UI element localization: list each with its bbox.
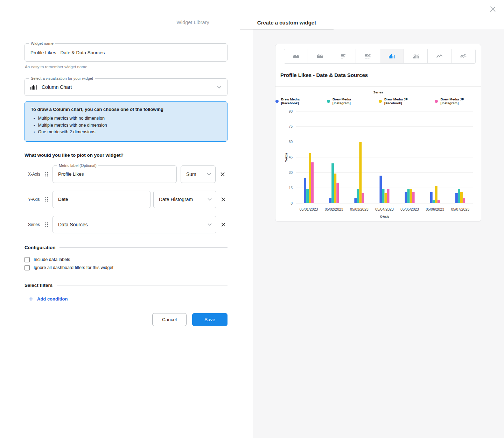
- y-axis-input[interactable]: [53, 191, 150, 208]
- chart-title-block: Profile Likes - Date & Data Sources: [275, 64, 481, 87]
- svg-text:30: 30: [289, 171, 293, 175]
- drag-handle-icon[interactable]: [45, 197, 48, 202]
- svg-text:15: 15: [289, 186, 293, 190]
- cancel-button[interactable]: Cancel: [152, 313, 187, 326]
- stacked-column-chart-icon: [412, 54, 419, 59]
- info-bullet: Multiple metrics with one dimension: [31, 122, 221, 129]
- info-box-title: To draw a Column chart, you can choose o…: [31, 107, 221, 112]
- legend-item: Brew Media [Instagram]: [327, 97, 368, 105]
- chart-type-area-button[interactable]: [284, 49, 308, 63]
- series-select[interactable]: Data Sources: [52, 216, 216, 233]
- chevron-down-icon: [217, 86, 222, 89]
- add-condition-label: Add condition: [37, 296, 68, 302]
- configuration-title: Configuration: [24, 245, 55, 250]
- visualization-select[interactable]: Select a visualization for your widget C…: [24, 78, 227, 96]
- legend-dot: [379, 100, 382, 103]
- column-chart-icon: [388, 54, 395, 59]
- svg-text:05/05/2023: 05/05/2023: [400, 207, 419, 211]
- select-filters-heading: Select filters: [24, 283, 227, 288]
- svg-text:X-Axis: X-Axis: [380, 215, 389, 218]
- aggregation-select[interactable]: Sum: [181, 165, 216, 183]
- svg-text:05/07/2023: 05/07/2023: [451, 207, 470, 211]
- ignore-filters-checkbox[interactable]: [24, 265, 30, 270]
- chevron-down-icon: [207, 173, 211, 175]
- chart-type-line-button[interactable]: [427, 49, 451, 63]
- divider: [57, 285, 227, 285]
- svg-text:05/01/2023: 05/01/2023: [300, 207, 318, 211]
- chart-type-column-button[interactable]: [380, 49, 404, 63]
- drag-handle-icon[interactable]: [45, 171, 48, 177]
- chart-type-stacked-bar-button[interactable]: [356, 49, 379, 63]
- metric-label-field[interactable]: Metric label (Optional): [52, 165, 177, 183]
- divider: [128, 155, 227, 155]
- line-chart-icon: [436, 54, 443, 59]
- y-axis-row-label: Y-Axis: [28, 197, 42, 202]
- close-button[interactable]: [486, 3, 499, 15]
- multi-line-chart-icon: [460, 54, 467, 59]
- divider: [59, 247, 227, 248]
- include-data-labels-checkbox[interactable]: [24, 257, 30, 262]
- ignore-filters-row[interactable]: Ignore all dashboard filters for this wi…: [24, 265, 227, 270]
- column-chart-icon: [30, 84, 37, 90]
- legend-dot: [275, 100, 279, 103]
- metric-label-floating-label: Metric label (Optional): [57, 163, 98, 168]
- svg-text:0: 0: [290, 202, 293, 205]
- tab-widget-library[interactable]: Widget Library: [146, 15, 240, 29]
- svg-text:Y-Axis: Y-Axis: [285, 153, 288, 162]
- chart-type-multi-line-button[interactable]: [451, 49, 475, 63]
- legend-label: Brew Media JP [Instagram]: [440, 97, 481, 105]
- close-icon: [221, 222, 226, 227]
- metric-label-input[interactable]: [53, 166, 176, 183]
- date-histogram-select-value: Date Histogram: [159, 197, 193, 202]
- visualization-value: Column Chart: [42, 84, 72, 90]
- series-select-value: Data Sources: [58, 222, 88, 227]
- legend-dot: [327, 100, 330, 103]
- svg-text:05/06/2023: 05/06/2023: [426, 207, 444, 211]
- bar-chart-icon: [340, 54, 347, 59]
- create-widget-dialog: Widget Library Create a custom widget Wi…: [0, 0, 504, 438]
- date-histogram-select[interactable]: Date Histogram: [153, 191, 216, 208]
- remove-x-axis-button[interactable]: [218, 169, 227, 179]
- configuration-heading: Configuration: [24, 245, 227, 250]
- chart-info-box: To draw a Column chart, you can choose o…: [24, 101, 227, 142]
- remove-y-axis-button[interactable]: [218, 195, 228, 204]
- chevron-down-icon: [208, 198, 212, 200]
- chart-type-bar-button[interactable]: [332, 49, 356, 63]
- info-bullet: One metric with 2 dimensions: [31, 129, 221, 136]
- add-condition-button[interactable]: Add condition: [29, 296, 68, 302]
- svg-text:05/03/2023: 05/03/2023: [350, 207, 369, 211]
- svg-text:75: 75: [289, 125, 293, 128]
- legend-label: Brew Media [Instagram]: [332, 97, 368, 105]
- svg-text:05/04/2023: 05/04/2023: [375, 207, 394, 211]
- legend-label: Brew Media JP [Facebook]: [384, 97, 425, 105]
- stacked-area-chart-icon: [316, 54, 323, 59]
- aggregation-select-value: Sum: [186, 171, 196, 177]
- widget-name-helper: An easy to remember widget name: [25, 65, 227, 69]
- svg-text:05/02/2023: 05/02/2023: [325, 207, 343, 211]
- visualization-label: Select a visualization for your widget: [29, 76, 95, 80]
- include-data-labels-row[interactable]: Include data labels: [24, 257, 227, 262]
- svg-text:60: 60: [289, 140, 293, 144]
- plot-section-title: What would you like to plot on your widg…: [24, 153, 124, 158]
- drag-handle-icon[interactable]: [45, 222, 48, 227]
- widget-name-field[interactable]: Widget name: [24, 43, 227, 62]
- close-icon: [221, 197, 226, 202]
- widget-form: Widget name An easy to remember widget n…: [24, 39, 227, 326]
- legend-item: Brew Media JP [Instagram]: [435, 97, 481, 105]
- plot-section-heading: What would you like to plot on your widg…: [24, 153, 227, 158]
- chart-legend: Brew Media [Facebook]Brew Media [Instagr…: [275, 97, 481, 105]
- close-icon: [489, 5, 497, 13]
- chart-type-stacked-column-button[interactable]: [404, 49, 427, 63]
- tab-create-custom-widget[interactable]: Create a custom widget: [240, 15, 334, 29]
- column-chart-svg: 015304560759005/01/202305/02/202305/03/2…: [275, 106, 480, 222]
- preview-panel: Profile Likes - Date & Data Sources Seri…: [253, 29, 504, 438]
- chart-type-stacked-area-button[interactable]: [308, 49, 331, 63]
- widget-name-input[interactable]: [25, 44, 227, 61]
- y-axis-row: Y-Axis Date Histogram: [24, 191, 227, 208]
- y-axis-field[interactable]: [52, 191, 150, 208]
- remove-series-button[interactable]: [218, 220, 228, 229]
- include-data-labels-label: Include data labels: [34, 257, 70, 262]
- save-button[interactable]: Save: [192, 313, 227, 326]
- svg-text:90: 90: [289, 110, 293, 113]
- tab-bar: Widget Library Create a custom widget: [146, 15, 334, 29]
